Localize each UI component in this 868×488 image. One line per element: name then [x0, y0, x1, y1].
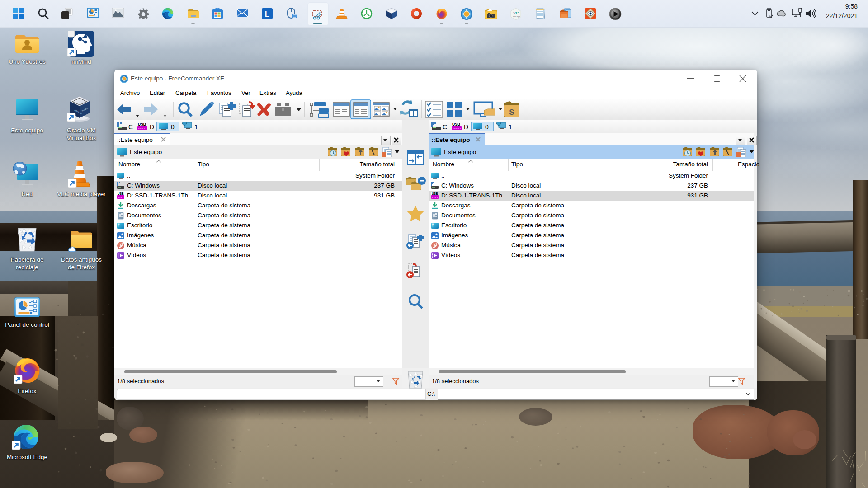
- svg-text:L: L: [265, 10, 269, 19]
- svg-text:USB: USB: [452, 122, 460, 127]
- svg-text:USB: USB: [138, 122, 146, 127]
- svg-text:C: C: [128, 123, 133, 131]
- svg-text:D: D: [150, 123, 154, 131]
- svg-text:S: S: [509, 108, 514, 117]
- svg-text:USB: USB: [432, 192, 438, 195]
- svg-text:1: 1: [194, 123, 198, 131]
- svg-text:C: C: [516, 11, 519, 15]
- svg-text:0: 0: [171, 123, 175, 131]
- svg-text:D: D: [464, 123, 468, 131]
- svg-text:C: C: [443, 123, 447, 131]
- svg-text:USB: USB: [118, 192, 124, 195]
- svg-text:VeraCrypt: VeraCrypt: [513, 16, 520, 18]
- svg-text:0: 0: [485, 123, 489, 131]
- svg-text:1: 1: [509, 123, 512, 131]
